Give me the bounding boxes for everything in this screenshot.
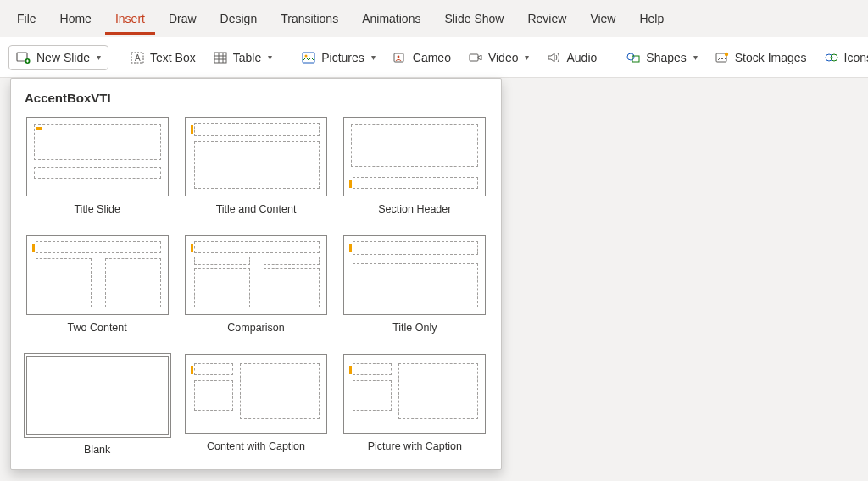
tab-view[interactable]: View xyxy=(580,3,626,35)
layout-label: Two Content xyxy=(68,322,127,334)
insert-toolbar: New Slide ▾ A Text Box Table ▾ Pictures … xyxy=(0,37,868,78)
video-button[interactable]: Video ▾ xyxy=(460,45,537,70)
layout-label: Picture with Caption xyxy=(368,440,462,452)
icons-button[interactable]: Icons xyxy=(816,45,868,70)
svg-rect-9 xyxy=(470,54,478,61)
shapes-label: Shapes xyxy=(646,51,686,64)
cameo-icon xyxy=(392,51,408,64)
shapes-icon xyxy=(626,51,641,64)
pictures-button[interactable]: Pictures ▾ xyxy=(293,45,383,70)
new-slide-label: New Slide xyxy=(36,51,90,64)
svg-text:A: A xyxy=(135,53,141,63)
new-slide-icon xyxy=(16,51,31,64)
video-icon xyxy=(468,51,483,64)
text-box-button[interactable]: A Text Box xyxy=(122,45,203,70)
svg-rect-4 xyxy=(214,53,226,63)
pictures-label: Pictures xyxy=(321,51,364,64)
tab-design[interactable]: Design xyxy=(210,3,268,35)
svg-point-15 xyxy=(831,54,837,61)
tab-file[interactable]: File xyxy=(7,3,47,35)
tab-home[interactable]: Home xyxy=(50,3,102,35)
chevron-down-icon: ▾ xyxy=(268,53,272,62)
layout-label: Comparison xyxy=(227,322,284,334)
video-label: Video xyxy=(488,51,519,64)
layout-title-and-content[interactable]: Title and Content xyxy=(180,115,331,217)
tab-animations[interactable]: Animations xyxy=(352,3,431,35)
text-box-label: Text Box xyxy=(150,51,196,64)
audio-icon xyxy=(546,51,561,64)
tab-slideshow[interactable]: Slide Show xyxy=(434,3,514,35)
layout-section-header[interactable]: Section Header xyxy=(339,115,491,217)
new-slide-button[interactable]: New Slide ▾ xyxy=(8,45,108,70)
text-box-icon: A xyxy=(130,51,145,64)
shapes-button[interactable]: Shapes ▾ xyxy=(618,45,704,70)
layout-label: Blank xyxy=(84,444,110,456)
layout-label: Title Only xyxy=(392,322,437,334)
tab-review[interactable]: Review xyxy=(517,3,576,35)
audio-button[interactable]: Audio xyxy=(538,45,604,70)
stock-images-button[interactable]: Stock Images xyxy=(707,45,815,70)
tab-help[interactable]: Help xyxy=(629,3,674,35)
chevron-down-icon: ▾ xyxy=(693,53,698,62)
layout-label: Title and Content xyxy=(216,203,297,215)
svg-point-10 xyxy=(627,53,634,60)
pictures-icon xyxy=(301,51,316,64)
layout-content-with-caption[interactable]: Content with Caption xyxy=(180,352,331,457)
layout-label: Title Slide xyxy=(74,203,120,215)
stock-images-icon xyxy=(715,51,730,64)
table-label: Table xyxy=(233,51,261,64)
svg-rect-5 xyxy=(303,53,314,63)
tab-transitions[interactable]: Transitions xyxy=(270,3,348,35)
layout-two-content[interactable]: Two Content xyxy=(21,234,173,335)
tab-draw[interactable]: Draw xyxy=(159,3,207,35)
chevron-down-icon: ▾ xyxy=(525,53,529,62)
layout-picture-with-caption[interactable]: Picture with Caption xyxy=(339,352,491,457)
chevron-down-icon: ▾ xyxy=(97,53,101,62)
stock-images-label: Stock Images xyxy=(735,51,807,64)
cameo-label: Cameo xyxy=(413,51,451,64)
tab-insert[interactable]: Insert xyxy=(105,3,155,35)
audio-label: Audio xyxy=(566,51,597,64)
table-button[interactable]: Table ▾ xyxy=(205,45,280,70)
layout-grid: Title Slide Title and Content Section He… xyxy=(16,115,496,457)
svg-point-8 xyxy=(397,55,399,58)
svg-point-13 xyxy=(725,52,728,55)
layout-label: Section Header xyxy=(378,203,451,215)
layout-label: Content with Caption xyxy=(207,440,305,452)
layout-theme-title: AccentBoxVTI xyxy=(16,91,496,115)
layout-blank[interactable]: Blank xyxy=(21,352,173,457)
layout-comparison[interactable]: Comparison xyxy=(180,234,331,335)
chevron-down-icon: ▾ xyxy=(371,53,376,62)
icons-label: Icons xyxy=(844,51,868,64)
layout-title-only[interactable]: Title Only xyxy=(339,234,491,335)
icons-icon xyxy=(824,51,839,64)
table-icon xyxy=(213,51,228,64)
cameo-button[interactable]: Cameo xyxy=(385,45,459,70)
svg-point-6 xyxy=(305,54,308,57)
ribbon-tabs: File Home Insert Draw Design Transitions… xyxy=(0,0,868,37)
new-slide-layout-panel: AccentBoxVTI Title Slide Title and Conte… xyxy=(10,78,502,470)
layout-title-slide[interactable]: Title Slide xyxy=(21,115,173,217)
